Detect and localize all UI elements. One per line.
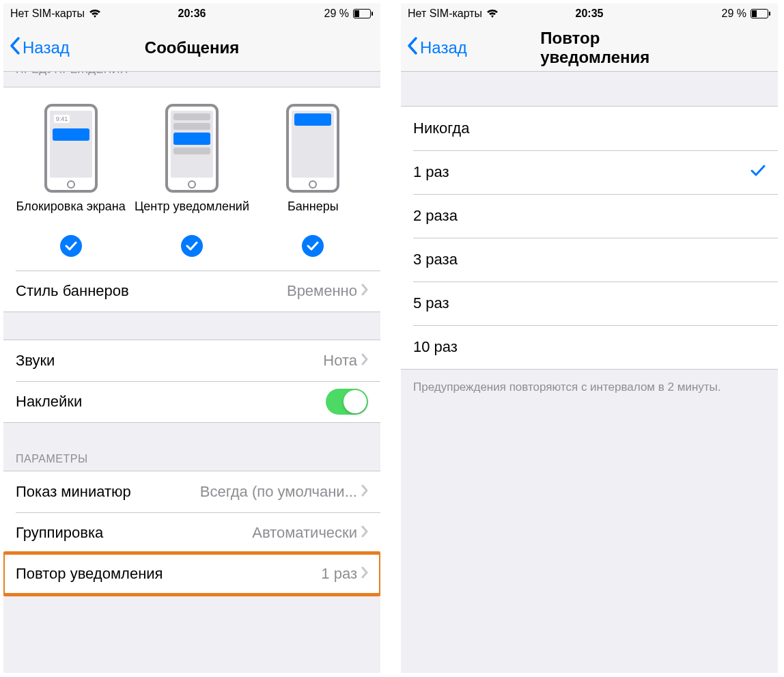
chevron-right-icon bbox=[361, 566, 368, 581]
clock: 20:35 bbox=[576, 8, 604, 20]
option-label: 10 раз bbox=[413, 338, 458, 356]
screenshot-messages-settings: Нет SIM-карты 20:36 29 % Назад Сообщения… bbox=[3, 3, 380, 673]
row-sounds[interactable]: Звуки Нота bbox=[3, 340, 380, 381]
status-bar: Нет SIM-карты 20:35 29 % bbox=[401, 3, 778, 24]
chevron-right-icon bbox=[361, 353, 368, 368]
svg-rect-5 bbox=[769, 12, 770, 16]
svg-rect-4 bbox=[752, 10, 757, 17]
alert-type-lockscreen[interactable]: 9:41 Блокировка экрана bbox=[11, 104, 131, 230]
clock: 20:36 bbox=[178, 8, 206, 20]
alerts-row: 9:41 Блокировка экрана Центр уведомлений bbox=[3, 87, 380, 230]
option-1-time[interactable]: 1 раз bbox=[401, 150, 778, 194]
preview-lockscreen-icon: 9:41 bbox=[44, 104, 98, 193]
alert-type-notification-center[interactable]: Центр уведомлений bbox=[132, 104, 252, 230]
preview-banners-icon bbox=[286, 104, 339, 193]
battery-icon bbox=[353, 9, 374, 18]
back-label: Назад bbox=[420, 38, 467, 57]
alert-label: Центр уведомлений bbox=[135, 199, 249, 230]
cell-label: Повтор уведомления bbox=[16, 565, 163, 583]
highlighted-row: Повтор уведомления 1 раз bbox=[3, 553, 380, 594]
nav-bar: Назад Повтор уведомления bbox=[401, 24, 778, 72]
alerts-group: 9:41 Блокировка экрана Центр уведомлений bbox=[3, 87, 380, 312]
checkmark-icon bbox=[751, 165, 766, 180]
footer-note: Предупреждения повторяются с интервалом … bbox=[401, 370, 778, 405]
sounds-group: Звуки Нота Наклейки bbox=[3, 340, 380, 423]
chevron-right-icon bbox=[361, 284, 368, 299]
cell-label: Показ миниатюр bbox=[16, 483, 131, 501]
option-3-times[interactable]: 3 раза bbox=[401, 238, 778, 281]
cell-label: Стиль баннеров bbox=[16, 282, 129, 300]
back-label: Назад bbox=[23, 38, 70, 57]
cell-value: Всегда (по умолчани... bbox=[200, 483, 357, 501]
carrier-label: Нет SIM-карты bbox=[10, 8, 85, 20]
checkmark-icon[interactable] bbox=[181, 235, 203, 257]
screenshot-repeat-options: Нет SIM-карты 20:35 29 % Назад Повтор ув… bbox=[401, 3, 778, 673]
option-label: 3 раза bbox=[413, 251, 458, 268]
cell-label: Группировка bbox=[16, 524, 103, 542]
row-banner-style[interactable]: Стиль баннеров Временно bbox=[3, 271, 380, 312]
page-title: Повтор уведомления bbox=[540, 29, 699, 67]
option-label: Никогда bbox=[413, 120, 469, 137]
option-label: 2 раза bbox=[413, 207, 458, 225]
wifi-icon bbox=[486, 9, 499, 18]
cell-label: Звуки bbox=[16, 352, 55, 370]
checkmark-icon[interactable] bbox=[302, 235, 324, 257]
chevron-right-icon bbox=[361, 484, 368, 499]
row-repeat-notification[interactable]: Повтор уведомления 1 раз bbox=[3, 553, 380, 594]
toggle-stickers[interactable] bbox=[326, 389, 368, 415]
status-bar: Нет SIM-карты 20:36 29 % bbox=[3, 3, 380, 24]
cell-value: Нота bbox=[323, 352, 357, 370]
battery-percent: 29 % bbox=[324, 8, 349, 20]
section-header-params: ПАРАМЕТРЫ bbox=[3, 423, 380, 471]
repeat-options-group: Никогда 1 раз 2 раза 3 раза 5 раз 10 раз bbox=[401, 106, 778, 370]
option-10-times[interactable]: 10 раз bbox=[401, 325, 778, 369]
battery-percent: 29 % bbox=[722, 8, 746, 20]
chevron-right-icon bbox=[361, 525, 368, 540]
checkmark-icon[interactable] bbox=[60, 235, 82, 257]
alert-type-banners[interactable]: Баннеры bbox=[253, 104, 374, 230]
battery-icon bbox=[751, 9, 771, 18]
cell-value: Временно bbox=[287, 282, 357, 300]
option-2-times[interactable]: 2 раза bbox=[401, 194, 778, 238]
chevron-left-icon bbox=[406, 36, 419, 59]
back-button[interactable]: Назад bbox=[9, 36, 70, 59]
svg-rect-1 bbox=[354, 10, 359, 17]
cell-label: Наклейки bbox=[16, 393, 82, 411]
chevron-left-icon bbox=[9, 36, 21, 59]
option-never[interactable]: Никогда bbox=[401, 107, 778, 150]
alerts-check-row bbox=[3, 230, 380, 271]
svg-rect-2 bbox=[372, 12, 373, 16]
nav-bar: Назад Сообщения bbox=[3, 24, 380, 72]
preview-notification-center-icon bbox=[165, 104, 219, 193]
alert-label: Баннеры bbox=[288, 199, 339, 230]
params-group: Показ миниатюр Всегда (по умолчани... Гр… bbox=[3, 471, 380, 595]
wifi-icon bbox=[89, 9, 101, 18]
alert-label: Блокировка экрана bbox=[16, 199, 126, 230]
back-button[interactable]: Назад bbox=[406, 36, 467, 59]
row-thumbnails[interactable]: Показ миниатюр Всегда (по умолчани... bbox=[3, 471, 380, 512]
option-5-times[interactable]: 5 раз bbox=[401, 281, 778, 325]
carrier-label: Нет SIM-карты bbox=[408, 8, 482, 20]
option-label: 1 раз bbox=[413, 163, 449, 181]
option-label: 5 раз bbox=[413, 294, 449, 312]
row-stickers[interactable]: Наклейки bbox=[3, 381, 380, 422]
cell-value: 1 раз bbox=[321, 565, 357, 583]
section-header-alerts: ПРЕДУПРЕЖДЕНИЯ bbox=[3, 72, 380, 87]
row-grouping[interactable]: Группировка Автоматически bbox=[3, 512, 380, 553]
page-title: Сообщения bbox=[145, 38, 239, 57]
cell-value: Автоматически bbox=[252, 524, 357, 542]
